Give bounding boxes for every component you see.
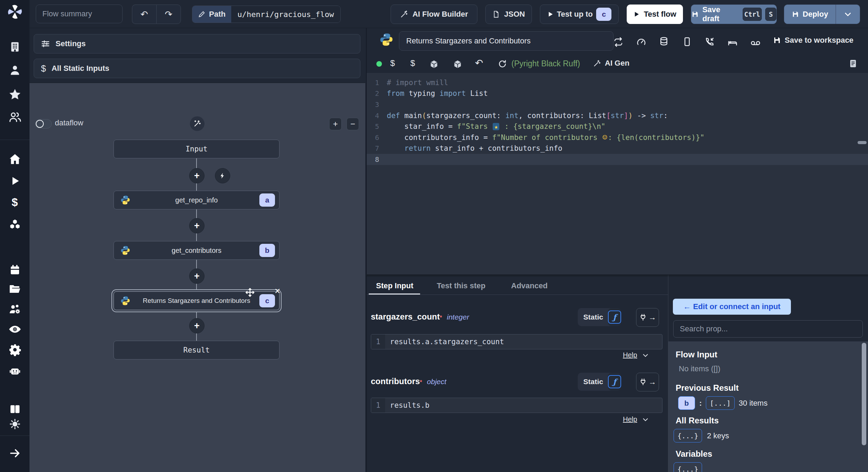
tab-step-input[interactable]: Step Input (376, 281, 414, 290)
sleep-bed-icon[interactable] (727, 37, 738, 48)
code-line[interactable]: 2from typing import List (367, 88, 868, 99)
collapse-arrow-right-icon[interactable] (9, 447, 21, 459)
suspend-phone-icon[interactable] (704, 36, 715, 47)
object-chip[interactable]: {...} (674, 462, 702, 472)
function-mode-icon[interactable]: ƒ (608, 375, 621, 388)
variables-dollar-icon[interactable]: $ (12, 196, 18, 209)
add-step-button[interactable]: + (189, 318, 205, 333)
tab-advanced[interactable]: Advanced (511, 281, 548, 290)
move-node-handle-icon[interactable] (245, 287, 255, 298)
ai-gen-button[interactable]: AI Gen (593, 59, 629, 68)
static-mode-toggle[interactable]: Static ƒ (578, 373, 621, 391)
delete-node-close-icon[interactable]: × (275, 286, 280, 296)
deploy-button[interactable]: Deploy (784, 5, 836, 24)
retry-repeat-icon[interactable] (613, 37, 624, 47)
search-prop-input[interactable] (673, 320, 863, 338)
step-node-a[interactable]: get_repo_info a (114, 191, 279, 209)
user-icon[interactable] (9, 64, 21, 76)
redo-button[interactable]: ↷ (156, 5, 181, 24)
editor-scrollbar[interactable] (858, 141, 867, 144)
zoom-out-button[interactable]: − (347, 118, 359, 130)
test-up-to-button[interactable]: Test up to c (540, 5, 619, 24)
zoom-in-button[interactable]: + (329, 118, 342, 130)
function-mode-icon[interactable]: ƒ (608, 310, 621, 324)
code-line[interactable]: 3 (367, 99, 868, 110)
chevron-down-icon[interactable] (642, 352, 649, 359)
favorites-star-icon[interactable] (8, 88, 22, 101)
all-results-row: {...} 2 keys (674, 429, 729, 442)
code-line[interactable]: 1# import wmill (367, 77, 868, 88)
input-node[interactable]: Input (114, 140, 279, 158)
prev-result-key-badge[interactable]: b (678, 396, 695, 410)
expr-input-stargazers[interactable]: 1 results.a.stargazers_count (371, 334, 662, 349)
theme-sun-icon[interactable] (9, 418, 21, 430)
expr-input-contributors[interactable]: 1 results.b (371, 398, 662, 413)
flow-summary-input[interactable] (36, 5, 123, 23)
save-to-workspace-button[interactable]: Save to workspace (773, 36, 853, 45)
emoji-worker-glyph: ☺ (603, 133, 607, 142)
add-step-button[interactable]: + (189, 218, 205, 233)
connect-input-plug-button[interactable]: → (636, 308, 659, 327)
schedules-calendar-icon[interactable] (9, 264, 21, 276)
package-box-icon[interactable] (429, 59, 439, 69)
code-line[interactable]: 7 return star_info + contributors_info (367, 143, 868, 154)
flow-settings-button[interactable]: Settings (34, 34, 360, 53)
resources-cubes-icon[interactable] (8, 218, 22, 231)
code-token: ) (628, 111, 633, 120)
variables-dollar-icon[interactable]: $ (410, 58, 415, 68)
result-node[interactable]: Result (114, 341, 279, 359)
ai-flow-builder-button[interactable]: AI Flow Builder (391, 5, 477, 24)
library-book-icon[interactable] (848, 59, 858, 68)
save-draft-button[interactable]: Save draft Ctrl S (691, 5, 777, 24)
static-mode-toggle[interactable]: Static ƒ (578, 308, 621, 326)
cache-database-icon[interactable] (659, 36, 669, 47)
test-flow-button[interactable]: Test flow (627, 5, 683, 24)
concurrency-gauge-icon[interactable] (636, 37, 646, 48)
workspace-building-icon[interactable] (9, 41, 21, 53)
edit-or-connect-button[interactable]: ← Edit or connect an input (673, 299, 791, 315)
ai-wand-button[interactable] (190, 116, 205, 131)
code-line[interactable]: 8 (367, 154, 868, 165)
trigger-lightning-button[interactable] (215, 168, 230, 183)
group-settings-icon[interactable] (8, 303, 22, 316)
kbd-s: S (765, 8, 776, 21)
array-chip[interactable]: [...] (706, 396, 734, 410)
add-step-button[interactable]: + (189, 268, 205, 284)
folders-icon[interactable] (8, 282, 22, 296)
chevron-down-icon[interactable] (642, 416, 649, 423)
dataflow-toggle[interactable] (35, 119, 52, 129)
audit-eye-icon[interactable] (8, 322, 22, 336)
mock-voicemail-icon[interactable] (750, 38, 761, 49)
settings-gear-icon[interactable] (8, 343, 22, 356)
groups-users-icon[interactable] (8, 110, 22, 124)
docs-book-icon[interactable] (9, 403, 21, 415)
help-link[interactable]: Help (623, 415, 637, 423)
help-link[interactable]: Help (623, 351, 637, 359)
path-chip[interactable]: Path u/henri/gracious_flow (192, 6, 341, 23)
undo-button[interactable]: ↶ (132, 5, 156, 24)
path-label: Path (209, 10, 226, 19)
tab-test-this-step[interactable]: Test this step (437, 281, 485, 290)
add-step-button[interactable]: + (189, 168, 205, 183)
connect-input-plug-button[interactable]: → (636, 373, 659, 391)
code-line[interactable]: 6 contributors_info = f"Number of contri… (367, 132, 868, 143)
code-line[interactable]: 5 star_info = f"Stars ★ : {stargazers_co… (367, 121, 868, 132)
code-line[interactable]: 4def main(stargazers_count: int, contrib… (367, 110, 868, 121)
json-button[interactable]: JSON (485, 5, 532, 24)
runs-play-icon[interactable] (9, 175, 21, 187)
windmill-logo-icon[interactable] (7, 4, 23, 21)
object-chip[interactable]: {...} (674, 429, 702, 442)
package-box-icon[interactable] (453, 59, 462, 69)
reload-icon[interactable] (498, 59, 507, 68)
all-static-inputs-button[interactable]: $ All Static Inputs (34, 59, 360, 78)
home-icon[interactable] (8, 152, 22, 166)
step-title-input[interactable] (399, 31, 614, 51)
props-scrollbar[interactable] (862, 343, 866, 445)
undo-icon[interactable]: ↶ (475, 57, 483, 69)
assets-dollar-icon[interactable]: $ (390, 58, 395, 68)
code-area[interactable]: 1# import wmill2from typing import List3… (367, 73, 868, 274)
early-stop-mobile-icon[interactable] (682, 36, 692, 47)
deploy-dropdown-button[interactable] (836, 5, 860, 24)
ai-robot-icon[interactable] (8, 364, 22, 378)
step-node-b[interactable]: get_contributors b (114, 241, 279, 260)
